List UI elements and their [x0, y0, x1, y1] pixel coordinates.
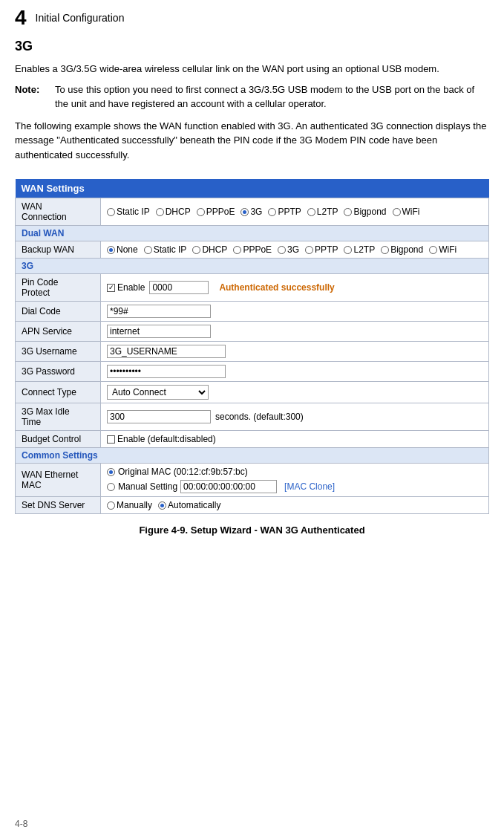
pin-code-checkbox-item[interactable]: Enable [107, 282, 145, 293]
3g-header: 3G [16, 259, 489, 274]
radio-circle-static-ip [107, 208, 115, 216]
max-idle-time-label: 3G Max IdleTime [16, 403, 101, 431]
pin-code-enable-label: Enable [117, 282, 145, 293]
radio-circle-pptp [268, 208, 276, 216]
section-para2: The following example shows the WAN func… [15, 119, 489, 163]
original-mac-label: Original MAC (00:12:cf:9b:57:bc) [118, 467, 248, 477]
wan-mac-label: WAN EthernetMAC [16, 464, 101, 497]
budget-control-checkbox-item[interactable]: Enable (default:disabled) [107, 434, 482, 444]
3g-username-input[interactable] [107, 345, 226, 358]
wan-connection-label: WANConnection [16, 198, 101, 226]
3g-password-label: 3G Password [16, 362, 101, 382]
radio-wifi-wan[interactable]: WiFi [393, 207, 420, 217]
table-header-row: WAN Settings [16, 179, 489, 198]
section-header-3g: 3G [16, 259, 489, 274]
note-text: To use this option you need to first con… [55, 82, 489, 111]
radio-label-wifi: WiFi [402, 207, 420, 217]
dns-manually[interactable]: Manually [107, 500, 152, 510]
radio-l2tp[interactable]: L2TP [307, 207, 338, 217]
note-row: Note: To use this option you need to fir… [15, 82, 489, 111]
connect-type-value: Auto Connect Manually Connect on Demand [101, 382, 489, 403]
backup-radio-label-l2tp: L2TP [353, 244, 375, 255]
backup-radio-none[interactable]: None [107, 244, 138, 255]
manual-setting-label: Manual Setting [118, 481, 177, 492]
dial-code-label: Dial Code [16, 302, 101, 322]
radio-label-static-ip: Static IP [117, 207, 150, 217]
3g-username-label: 3G Username [16, 342, 101, 362]
connect-type-select[interactable]: Auto Connect Manually Connect on Demand [107, 385, 209, 400]
mac-clone-link[interactable]: [MAC Clone] [284, 481, 335, 492]
budget-control-value: Enable (default:disabled) [101, 431, 489, 448]
dns-manually-radio [107, 501, 115, 510]
table-row: APN Service [16, 322, 489, 342]
chapter-title: Initial Configuration [36, 12, 125, 24]
dns-manually-label: Manually [117, 500, 152, 510]
dns-automatically-radio [158, 501, 166, 510]
pin-code-input[interactable] [149, 281, 209, 294]
3g-password-value [101, 362, 489, 382]
table-row: Set DNS Server Manually Automatically [16, 497, 489, 514]
backup-radio-l2tp[interactable]: L2TP [344, 244, 375, 255]
budget-control-checkbox[interactable] [107, 435, 115, 444]
radio-circle-wifi [393, 208, 401, 216]
backup-radio-label-static-ip: Static IP [154, 244, 187, 255]
section-para1: Enables a 3G/3.5G wide-area wireless cel… [15, 62, 489, 77]
radio-label-dhcp: DHCP [166, 207, 191, 217]
radio-circle-l2tp [307, 208, 315, 216]
backup-radio-dhcp[interactable]: DHCP [192, 244, 227, 255]
backup-radio-label-wifi: WiFi [439, 244, 456, 255]
dns-automatically[interactable]: Automatically [158, 500, 220, 510]
original-mac-radio[interactable] [107, 468, 115, 476]
table-row: 3G Password [16, 362, 489, 382]
pin-code-checkbox[interactable] [107, 284, 115, 292]
backup-radio-circle-dhcp [192, 246, 200, 254]
section-title: 3G [15, 39, 489, 54]
radio-circle-bigpond [344, 208, 352, 216]
backup-radio-3g[interactable]: 3G [278, 244, 299, 255]
backup-radio-circle-static-ip [144, 246, 152, 254]
table-row: Connect Type Auto Connect Manually Conne… [16, 382, 489, 403]
manual-mac-row: Manual Setting [MAC Clone] [107, 480, 482, 493]
wan-connection-radios: Static IP DHCP PPPoE 3G [107, 207, 482, 217]
pin-code-row: Enable Authenticated successfully [107, 281, 482, 294]
radio-bigpond[interactable]: Bigpond [344, 207, 386, 217]
budget-control-label: Budget Control [16, 431, 101, 448]
backup-radio-pptp[interactable]: PPTP [305, 244, 338, 255]
pin-code-value: Enable Authenticated successfully [101, 274, 489, 302]
auth-success-text: Authenticated successfully [219, 282, 334, 293]
dial-code-input[interactable] [107, 305, 211, 318]
apn-service-input[interactable] [107, 325, 211, 338]
radio-3g[interactable]: 3G [240, 207, 262, 217]
radio-pptp[interactable]: PPTP [268, 207, 301, 217]
backup-radio-circle-pppoe [233, 246, 241, 254]
backup-radio-pppoe[interactable]: PPPoE [233, 244, 272, 255]
pin-code-label: Pin CodeProtect [16, 274, 101, 302]
backup-radio-circle-pptp [305, 246, 313, 254]
backup-radio-static-ip[interactable]: Static IP [144, 244, 187, 255]
chapter-number: 4 [15, 7, 27, 28]
radio-dhcp[interactable]: DHCP [156, 207, 191, 217]
max-idle-time-suffix: seconds. (default:300) [215, 412, 304, 422]
section-header-dual-wan: Dual WAN [16, 226, 489, 241]
budget-control-text: Enable (default:disabled) [117, 434, 216, 444]
max-idle-time-value: seconds. (default:300) [101, 403, 489, 431]
wan-mac-value: Original MAC (00:12:cf:9b:57:bc) Manual … [101, 464, 489, 497]
backup-radio-label-none: None [117, 244, 138, 255]
backup-radio-bigpond[interactable]: Bigpond [381, 244, 423, 255]
table-row: 3G Username [16, 342, 489, 362]
dns-server-label: Set DNS Server [16, 497, 101, 514]
backup-radio-wifi[interactable]: WiFi [429, 244, 456, 255]
3g-password-input[interactable] [107, 365, 226, 378]
backup-radio-label-3g: 3G [287, 244, 299, 255]
table-row: Backup WAN None Static IP DHCP [16, 241, 489, 259]
radio-label-l2tp: L2TP [317, 207, 338, 217]
max-idle-time-input[interactable] [107, 410, 211, 423]
backup-radio-circle-none [107, 246, 115, 254]
manual-mac-input[interactable] [180, 480, 277, 493]
table-row: Budget Control Enable (default:disabled) [16, 431, 489, 448]
radio-pppoe[interactable]: PPPoE [197, 207, 235, 217]
manual-mac-radio[interactable] [107, 483, 115, 491]
figure-caption: Figure 4-9. Setup Wizard - WAN 3G Authen… [15, 524, 489, 536]
backup-radio-label-pppoe: PPPoE [243, 244, 272, 255]
radio-static-ip[interactable]: Static IP [107, 207, 150, 217]
